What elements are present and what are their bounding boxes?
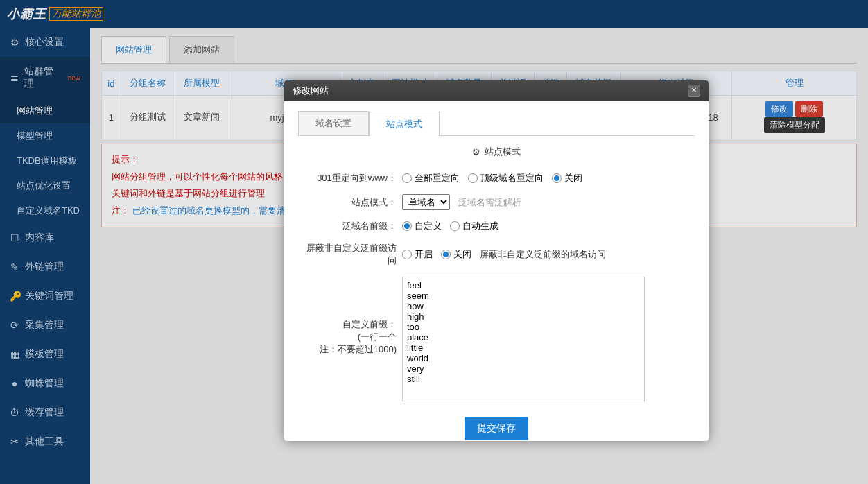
radio-block-on[interactable]: 开启	[402, 248, 433, 261]
radio-prefix-auto[interactable]: 自动生成	[450, 220, 498, 232]
hint-sitemode: 泛域名需泛解析	[458, 196, 521, 209]
row-redirect: 301重定向到www： 全部重定向 顶级域名重定向 关闭	[298, 172, 695, 184]
gear-icon: ⚙	[472, 147, 480, 157]
label-prefix-mode: 泛域名前缀：	[298, 220, 402, 232]
modal-tab-domain[interactable]: 域名设置	[298, 111, 369, 135]
section-header: ⚙ 站点模式	[298, 146, 695, 158]
row-sitemode: 站点模式： 单域名 泛域名需泛解析	[298, 194, 695, 210]
radio-redirect-all[interactable]: 全部重定向	[402, 172, 460, 184]
textarea-prefixes[interactable]	[402, 277, 645, 401]
radio-redirect-top[interactable]: 顶级域名重定向	[468, 172, 544, 184]
label-block: 屏蔽非自定义泛前缀访问	[298, 242, 402, 267]
label-custom-prefix: 自定义前缀： (一行一个 注：不要超过1000)	[298, 277, 402, 356]
submit-row: 提交保存	[298, 411, 695, 441]
radio-block-off[interactable]: 关闭	[441, 248, 471, 261]
label-redirect: 301重定向到www：	[298, 172, 402, 184]
radio-redirect-off[interactable]: 关闭	[552, 172, 582, 184]
hint-block: 屏蔽非自定义泛前缀的域名访问	[480, 248, 606, 261]
section-title: 站点模式	[485, 146, 521, 158]
modal-tabs: 域名设置 站点模式	[298, 111, 695, 136]
row-prefix-mode: 泛域名前缀： 自定义 自动生成	[298, 220, 695, 232]
select-sitemode[interactable]: 单域名	[402, 194, 450, 210]
radio-prefix-custom[interactable]: 自定义	[402, 220, 442, 232]
row-block: 屏蔽非自定义泛前缀访问 开启 关闭 屏蔽非自定义泛前缀的域名访问	[298, 242, 695, 267]
label-sitemode: 站点模式：	[298, 196, 402, 209]
modal-edit-website: 修改网站 × 域名设置 站点模式 ⚙ 站点模式 301重定向到www： 全部重定…	[284, 80, 709, 441]
modal-title-text: 修改网站	[293, 85, 329, 97]
modal-tab-sitemode[interactable]: 站点模式	[369, 112, 440, 136]
submit-button[interactable]: 提交保存	[465, 417, 528, 440]
modal-body: 域名设置 站点模式 ⚙ 站点模式 301重定向到www： 全部重定向 顶级域名重…	[284, 101, 709, 441]
row-custom-prefix: 自定义前缀： (一行一个 注：不要超过1000)	[298, 277, 695, 401]
close-icon[interactable]: ×	[688, 85, 700, 97]
modal-titlebar: 修改网站 ×	[284, 80, 709, 101]
